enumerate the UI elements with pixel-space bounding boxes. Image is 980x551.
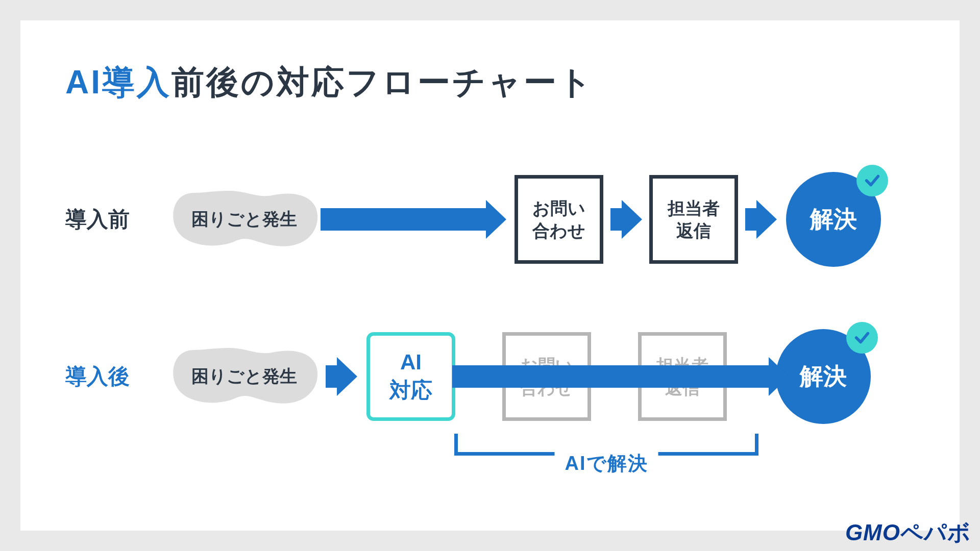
before-inquiry-text: お問い 合わせ [532, 197, 585, 242]
title-rest: 前後の対応フローチャート [172, 64, 594, 101]
arrow-icon [745, 208, 777, 231]
check-badge [856, 165, 888, 196]
after-ai-text: AI 対応 [389, 348, 432, 404]
logo-prefix: GMO [845, 520, 900, 545]
after-label: 導入後 [65, 362, 162, 391]
before-trouble-text: 困りごと発生 [191, 208, 297, 231]
title-accent: AI導入 [65, 64, 172, 101]
check-badge [846, 322, 878, 354]
ai-resolve-bracket: AIで解決 [454, 434, 758, 474]
before-solve-circle: 解決 [786, 172, 881, 267]
arrow-icon [326, 365, 357, 388]
flow-before: 導入前 困りごと発生 お問い 合わせ 担当者 返信 解決 [65, 173, 933, 265]
before-label: 導入前 [65, 205, 162, 234]
after-skip-arrow [452, 365, 789, 388]
after-solve-text: 解決 [800, 361, 847, 392]
gmo-pepabo-logo: GMOペパボ [845, 518, 971, 548]
check-icon [864, 172, 881, 189]
before-trouble-blob: 困りごと発生 [167, 187, 321, 252]
arrow-icon [610, 208, 642, 231]
before-inquiry-box: お問い 合わせ [514, 175, 603, 264]
slide-title: AI導入前後の対応フローチャート [65, 60, 594, 105]
bracket-label: AIで解決 [555, 450, 658, 477]
logo-suffix: ペパボ [900, 520, 971, 545]
after-solve-circle: 解決 [776, 329, 871, 424]
after-ai-box: AI 対応 [366, 332, 455, 421]
before-reply-text: 担当者 返信 [668, 197, 720, 242]
before-solve-text: 解決 [810, 204, 857, 235]
check-icon [853, 329, 871, 346]
before-reply-box: 担当者 返信 [649, 175, 738, 264]
after-trouble-text: 困りごと発生 [191, 365, 297, 388]
slide: AI導入前後の対応フローチャート 導入前 困りごと発生 お問い 合わせ 担当者 … [20, 20, 960, 531]
arrow-icon [321, 208, 506, 231]
after-trouble-blob: 困りごと発生 [167, 344, 321, 409]
